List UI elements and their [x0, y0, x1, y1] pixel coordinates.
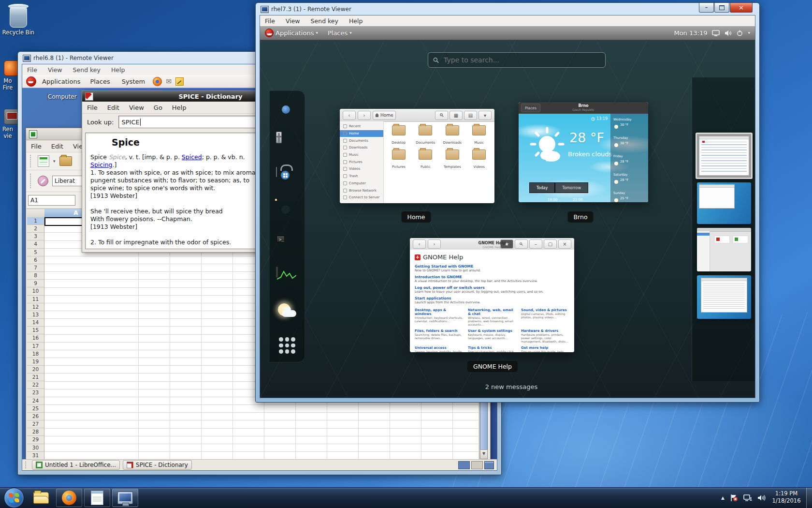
row-header-19[interactable]: 19 [27, 358, 44, 366]
row-header-10[interactable]: 10 [27, 287, 44, 295]
row-header-23[interactable]: 23 [27, 389, 44, 397]
row-header-27[interactable]: 27 [27, 420, 44, 428]
taskbar-explorer-button[interactable] [28, 489, 54, 507]
applications-menu[interactable]: Applications ▾ [260, 26, 323, 40]
row-header-31[interactable]: 31 [27, 452, 44, 460]
mail-launcher-icon[interactable]: ✉ [166, 77, 172, 85]
calc-menu-file[interactable]: File [31, 143, 42, 150]
rhel73-menu-send-key[interactable]: Send key [311, 17, 338, 25]
sidebar-item-downloads[interactable]: Downloads [340, 144, 383, 151]
dictionary-link[interactable]: Spiced [182, 153, 202, 161]
action-center-icon[interactable] [730, 494, 738, 502]
workspace-thumbnail-1[interactable] [696, 133, 753, 179]
dash-terminal-icon[interactable]: >_ [276, 234, 298, 256]
close-button[interactable]: × [558, 239, 571, 249]
search-button[interactable] [435, 111, 448, 120]
start-button[interactable] [4, 488, 24, 508]
row-header-11[interactable]: 11 [27, 296, 44, 303]
row-header-22[interactable]: 22 [27, 381, 44, 389]
help-topic-link[interactable]: Files, folders & search [415, 329, 463, 333]
dash-files-icon[interactable] [276, 134, 298, 156]
message-tray-summary[interactable]: 2 new messages [485, 383, 538, 390]
new-document-icon[interactable] [38, 155, 49, 167]
row-header-16[interactable]: 16 [27, 334, 44, 342]
folder-documents[interactable]: Documents [412, 125, 439, 146]
calc-menu-edit[interactable]: Edit [51, 143, 63, 150]
help-content[interactable]: + GNOME Help Getting Started with GNOMEN… [410, 250, 574, 352]
rhel73-titlebar[interactable]: rhel7.3 (1) - Remote Viewer [261, 5, 351, 14]
folder-music[interactable]: Music [466, 125, 493, 146]
bookmark-button[interactable]: ★ [500, 239, 513, 249]
row-header-29[interactable]: 29 [27, 436, 44, 444]
taskbar-firefox-button[interactable] [56, 489, 82, 507]
row-header-14[interactable]: 14 [27, 319, 44, 327]
close-button[interactable]: × [730, 3, 753, 13]
dict-menu-edit[interactable]: Edit [107, 104, 119, 111]
row-header-24[interactable]: 24 [27, 397, 44, 405]
sidebar-item-pictures[interactable]: Pictures [340, 158, 383, 165]
overview-search[interactable] [428, 52, 606, 68]
display-icon[interactable] [712, 30, 720, 36]
gnome2-menu-places[interactable]: Places [86, 78, 114, 85]
workspace-thumbnail-2[interactable] [697, 182, 751, 224]
help-topic-link[interactable]: Get more help [521, 346, 569, 350]
rhel68-menu-help[interactable]: Help [111, 66, 125, 74]
redhat-menu-icon[interactable] [26, 76, 36, 87]
row-header-18[interactable]: 18 [27, 350, 44, 358]
notes-launcher-icon[interactable] [175, 77, 184, 86]
cell-name-box[interactable]: A1 [28, 195, 75, 206]
help-window-preview[interactable]: ‹ › GNOME Help GNOME Help ★ – ▢ × [410, 238, 574, 352]
dict-menu-go[interactable]: Go [154, 104, 162, 111]
row-header-6[interactable]: 6 [27, 256, 44, 264]
help-topic-link[interactable]: Networking, web, email & chat [468, 308, 516, 316]
dash-firefox-icon[interactable] [276, 100, 298, 122]
desktop-icon-recycle-bin[interactable]: Recycle Bin [1, 4, 36, 36]
help-topic-link[interactable]: User & system settings [468, 329, 516, 333]
row-header-1[interactable]: 1 [27, 217, 44, 225]
row-header-8[interactable]: 8 [27, 272, 44, 280]
clock-label[interactable]: Mon 13:19 [674, 30, 707, 37]
maximize-button[interactable] [714, 3, 729, 13]
help-topic-link[interactable]: Desktop, apps & windows [415, 308, 463, 316]
sidebar-item-computer[interactable]: Computer [340, 180, 383, 187]
search-input[interactable] [443, 56, 600, 64]
workspace-1[interactable] [458, 461, 470, 469]
scroll-down-button[interactable]: ▼ [480, 449, 488, 459]
rhel68-menu-send-key[interactable]: Send key [73, 66, 101, 74]
row-header-25[interactable]: 25 [27, 405, 44, 413]
taskbar-notepad-button[interactable] [84, 489, 110, 507]
help-topic-link[interactable]: Sound, video & pictures [521, 308, 569, 312]
row-header-15[interactable]: 15 [27, 327, 44, 334]
dash-weather-icon[interactable] [276, 300, 298, 323]
workspace-thumbnail-3[interactable] [697, 228, 751, 271]
rhel73-window[interactable]: rhel7.3 (1) - Remote Viewer – × FileView… [255, 2, 760, 403]
power-icon[interactable] [737, 30, 743, 36]
row-header-30[interactable]: 30 [27, 444, 44, 452]
minimize-button[interactable]: – [699, 3, 714, 13]
customize-icon[interactable] [38, 176, 48, 186]
row-header-20[interactable]: 20 [27, 366, 44, 374]
show-hidden-icons-button[interactable]: ▲ [721, 495, 725, 500]
help-topic-link[interactable]: Start applications [415, 296, 569, 300]
row-header-28[interactable]: 28 [27, 428, 44, 436]
dictionary-link[interactable]: Spicing [90, 161, 113, 168]
firefox-launcher-icon[interactable] [153, 77, 162, 86]
dash-show-apps-icon[interactable] [276, 334, 298, 357]
places-button[interactable]: Places [521, 104, 540, 112]
sidebar-item-documents[interactable]: Documents [340, 137, 383, 144]
weather-tab-today[interactable]: Today [529, 182, 555, 193]
minimize-button[interactable]: – [529, 239, 542, 249]
vm-taskbar-button-spice-dictionary[interactable]: SPICE - Dictionary [123, 460, 192, 470]
rhel73-menu-help[interactable]: Help [349, 17, 363, 25]
row-header-13[interactable]: 13 [27, 311, 44, 319]
rhel73-menu-view[interactable]: View [286, 17, 300, 25]
toolbar-grip[interactable] [30, 174, 33, 189]
row-header-7[interactable]: 7 [27, 264, 44, 272]
files-window-preview[interactable]: ‹ › Home ▦ ▤ ▾ RecentHomeDocu [340, 109, 494, 203]
gnome2-menu-system[interactable]: System [118, 78, 149, 85]
rhel73-menu-file[interactable]: File [265, 17, 275, 25]
dict-menu-view[interactable]: View [129, 104, 144, 111]
help-topic-link[interactable]: Hardware & drivers [521, 329, 569, 333]
help-topic-link[interactable]: Getting Started with GNOME [415, 264, 569, 269]
folder-downloads[interactable]: Downloads [439, 125, 466, 146]
